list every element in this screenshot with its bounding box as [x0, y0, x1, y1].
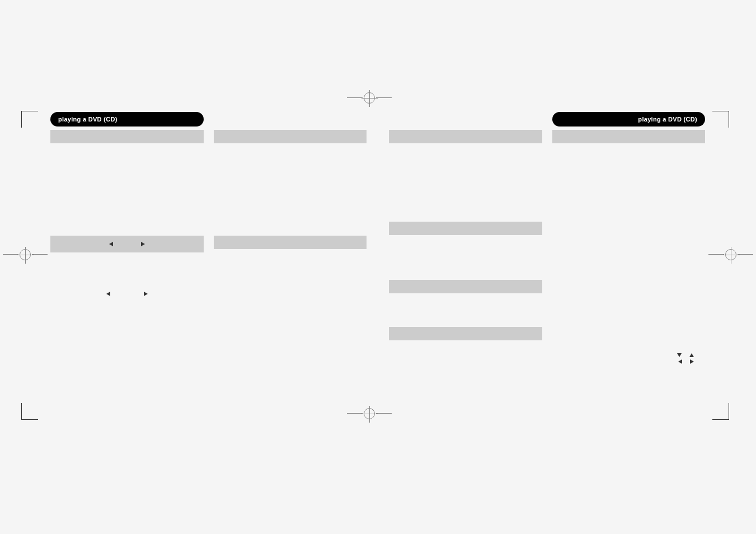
- section-bar-3: [214, 236, 367, 249]
- nav-arrow-icons-2: [552, 359, 706, 364]
- right-col-1: [389, 112, 542, 403]
- header-pill-left: playing a DVD (CD): [50, 112, 204, 127]
- registration-mark-bottom: [347, 405, 392, 422]
- section-bar-4: [389, 130, 542, 143]
- crop-mark-br: [712, 403, 729, 420]
- section-bar-7: [389, 327, 542, 340]
- nav-arrows-row: [50, 292, 204, 296]
- spread: playing a DVD (CD): [22, 112, 733, 403]
- page-right: playing a DVD (CD): [389, 112, 733, 403]
- right-columns: playing a DVD (CD): [389, 112, 705, 403]
- prev-icon-2: [106, 292, 110, 296]
- registration-mark-top: [347, 90, 392, 106]
- left-col-1: playing a DVD (CD): [50, 112, 204, 403]
- next-icon: [141, 242, 145, 246]
- page-left: playing a DVD (CD): [22, 112, 367, 403]
- section-bar-8: [552, 130, 706, 143]
- left-col-2: [214, 112, 367, 403]
- down-icon: [677, 353, 682, 357]
- up-icon: [689, 353, 694, 357]
- right-col-2: playing a DVD (CD): [552, 112, 706, 403]
- header-pill-right-label: playing a DVD (CD): [638, 116, 697, 123]
- left-icon: [678, 359, 682, 364]
- nav-arrow-icons-1: [552, 353, 706, 357]
- right-icon: [690, 359, 694, 364]
- section-bar-2: [214, 130, 367, 143]
- section-bar-6: [389, 280, 542, 293]
- header-pill-right: playing a DVD (CD): [552, 112, 706, 127]
- header-pill-left-label: playing a DVD (CD): [58, 116, 118, 123]
- section-bar-5: [389, 222, 542, 235]
- section-bar-skip: [50, 236, 204, 252]
- spread-container: playing a DVD (CD): [22, 112, 733, 403]
- section-bar: [50, 130, 204, 143]
- crop-mark-bl: [21, 403, 38, 420]
- prev-icon: [109, 242, 113, 246]
- left-columns: playing a DVD (CD): [50, 112, 367, 403]
- next-icon-2: [144, 292, 148, 296]
